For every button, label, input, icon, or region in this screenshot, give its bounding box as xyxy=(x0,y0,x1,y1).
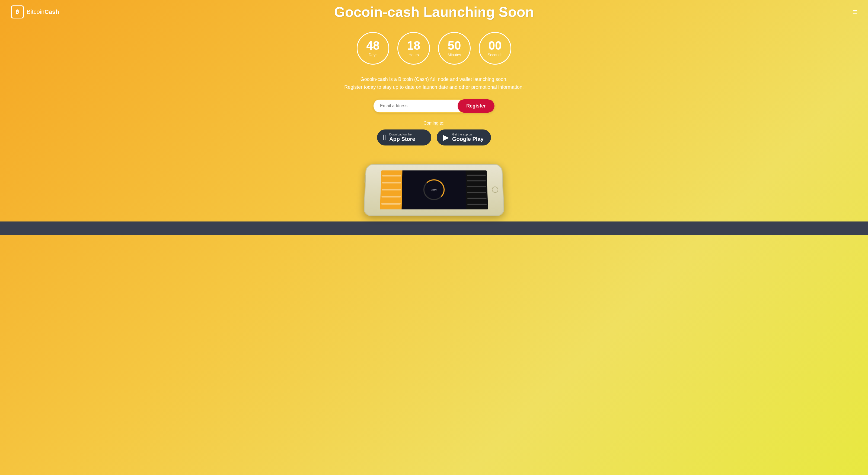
screen-bar-1 xyxy=(382,175,401,177)
screen-small-bar-3 xyxy=(467,186,486,187)
coming-to-label: Coming to: xyxy=(424,121,444,126)
days-number: 48 xyxy=(367,40,380,52)
google-play-icon: ▶ xyxy=(443,133,449,141)
seconds-label: Seconds xyxy=(488,53,502,57)
logo-text: BitcoinCash xyxy=(27,8,59,16)
app-buttons-group:  Download on the App Store ▶ Get the ap… xyxy=(377,129,491,146)
minutes-label: Minutes xyxy=(447,53,461,57)
google-play-text: Get the app on Google Play xyxy=(452,133,484,142)
app-store-button[interactable]:  Download on the App Store xyxy=(377,129,431,146)
apple-icon:  xyxy=(383,133,386,141)
phone-mockup: 2566 xyxy=(364,162,504,221)
google-play-button[interactable]: ▶ Get the app on Google Play xyxy=(437,129,491,146)
countdown-seconds: 00 Seconds xyxy=(479,32,511,65)
hamburger-menu-icon[interactable]: ≡ xyxy=(853,8,857,16)
phone-screen-left-panel xyxy=(380,170,403,209)
phone-gauge-value: 2566 xyxy=(431,188,437,191)
hours-number: 18 xyxy=(407,40,421,52)
phone-mockup-area: 2566 xyxy=(5,162,863,221)
phone-gauge-chart: 2566 xyxy=(423,179,444,200)
description-line1: Gocoin-cash is a Bitcoin (Cash) full nod… xyxy=(344,76,524,83)
main-content: 48 Days 18 Hours 50 Minutes 00 Seconds G… xyxy=(0,24,868,221)
description-block: Gocoin-cash is a Bitcoin (Cash) full nod… xyxy=(344,76,524,91)
email-registration-form: Register xyxy=(373,99,495,113)
screen-bar-2 xyxy=(382,182,401,183)
screen-small-bar-1 xyxy=(467,175,486,176)
screen-small-bar-4 xyxy=(467,192,486,193)
logo-bitcoin-text: Bitcoin xyxy=(27,8,44,15)
google-play-small: Get the app on xyxy=(452,133,484,136)
phone-screen: 2566 xyxy=(380,170,488,209)
phone-side-button xyxy=(365,175,366,182)
screen-bar-5 xyxy=(381,203,401,204)
header: ₿ BitcoinCash Gocoin-cash Launching Soon… xyxy=(0,0,868,24)
hours-label: Hours xyxy=(408,53,418,57)
screen-bar-4 xyxy=(381,196,401,197)
site-title: Gocoin-cash Launching Soon xyxy=(334,4,534,20)
bitcoin-logo-icon: ₿ xyxy=(11,5,24,19)
days-label: Days xyxy=(369,53,377,57)
countdown-days: 48 Days xyxy=(357,32,389,65)
countdown-minutes: 50 Minutes xyxy=(438,32,471,65)
countdown-hours: 18 Hours xyxy=(397,32,430,65)
phone-screen-right-panel xyxy=(465,170,488,209)
app-store-text: Download on the App Store xyxy=(389,133,415,142)
google-play-large: Google Play xyxy=(452,136,484,142)
app-store-small: Download on the xyxy=(389,133,415,136)
phone-screen-main-panel: 2566 xyxy=(402,170,467,209)
screen-bar-3 xyxy=(382,189,401,190)
countdown-timer: 48 Days 18 Hours 50 Minutes 00 Seconds xyxy=(357,32,511,65)
phone-home-button xyxy=(492,186,499,193)
logo-cash-text: Cash xyxy=(44,8,59,15)
screen-small-bar-5 xyxy=(467,198,487,199)
logo-area: ₿ BitcoinCash xyxy=(11,5,59,19)
register-button[interactable]: Register xyxy=(458,99,495,113)
app-store-large: App Store xyxy=(389,136,415,142)
email-input[interactable] xyxy=(373,99,460,112)
minutes-number: 50 xyxy=(448,40,461,52)
footer-bar xyxy=(0,221,868,235)
screen-small-bar-2 xyxy=(467,180,486,181)
description-line2: Register today to stay up to date on lau… xyxy=(344,83,524,91)
screen-small-bar-6 xyxy=(467,204,487,205)
phone-body: 2566 xyxy=(364,164,504,216)
seconds-number: 00 xyxy=(489,40,502,52)
